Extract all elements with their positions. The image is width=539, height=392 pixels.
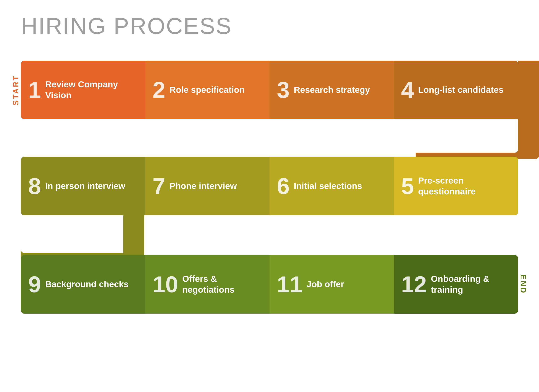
step-5-label: Pre-screen questionnaire [418, 175, 511, 197]
step-11-label: Job offer [307, 279, 344, 290]
step-7-number: 7 [153, 175, 165, 198]
step-8-label: In person interview [45, 181, 125, 192]
row-1: 1 Review Company Vision 2 Role specifica… [21, 61, 518, 119]
step-9-label: Background checks [45, 279, 129, 290]
start-label: START [11, 61, 20, 119]
step-4-label: Long-list candidates [418, 85, 503, 96]
step-10-label: Offers & negotiations [182, 273, 262, 295]
step-9: 9 Background checks [21, 255, 145, 314]
step-8-number: 8 [28, 175, 41, 198]
step-3: 3 Research strategy [270, 61, 394, 119]
step-4-number: 4 [401, 78, 414, 101]
step-8: 8 In person interview [21, 157, 145, 215]
step-3-number: 3 [277, 78, 289, 101]
step-9-number: 9 [28, 273, 41, 296]
step-12-label: Onboarding & training [431, 273, 511, 295]
step-10: 10 Offers & negotiations [145, 255, 270, 314]
step-12-number: 12 [401, 273, 427, 296]
step-11-number: 11 [277, 273, 302, 296]
step-4: 4 Long-list candidates [394, 61, 518, 119]
step-6: 6 Initial selections [270, 157, 394, 215]
step-1: 1 Review Company Vision [21, 61, 145, 119]
step-7: 7 Phone interview [145, 157, 270, 215]
step-2-number: 2 [153, 78, 165, 101]
row-3: 9 Background checks 10 Offers & negotiat… [21, 255, 518, 314]
page-title: HIRING PROCESS [21, 13, 232, 39]
step-10-number: 10 [153, 273, 178, 296]
step-6-label: Initial selections [294, 181, 362, 192]
step-2-label: Role specification [169, 85, 245, 96]
step-1-number: 1 [28, 78, 41, 101]
step-5-number: 5 [401, 175, 414, 198]
step-6-number: 6 [277, 175, 289, 198]
row-2: 8 In person interview 7 Phone interview … [21, 157, 518, 215]
step-12: 12 Onboarding & training [394, 255, 518, 314]
step-3-label: Research strategy [294, 85, 370, 96]
step-5: 5 Pre-screen questionnaire [394, 157, 518, 215]
step-11: 11 Job offer [270, 255, 394, 314]
end-label: END [519, 255, 528, 314]
step-2: 2 Role specification [145, 61, 270, 119]
step-1-label: Review Company Vision [45, 79, 138, 101]
step-7-label: Phone interview [169, 181, 237, 192]
